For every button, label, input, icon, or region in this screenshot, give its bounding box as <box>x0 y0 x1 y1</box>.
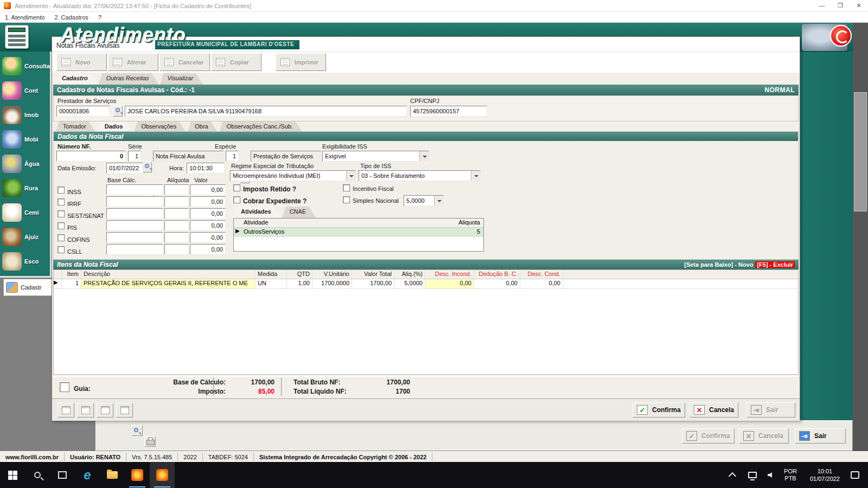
outer-cancela-button[interactable]: ✕Cancela <box>739 428 789 444</box>
regime-select[interactable]: Microempresário Individual (MEI) <box>230 170 356 181</box>
cofins-base-field[interactable] <box>106 232 163 243</box>
sidebar-item-consulta[interactable]: Consulta <box>2 54 50 78</box>
cobrar-expediente-checkbox[interactable] <box>233 196 240 203</box>
sest-base-field[interactable] <box>106 208 163 219</box>
sidebar-item-cemiterio[interactable]: Cemi <box>2 200 50 224</box>
csll-base-field[interactable] <box>106 244 163 255</box>
data-emissao-field[interactable]: 01/07/2022 <box>106 163 143 174</box>
sidebar-item-mobiliario[interactable]: Mobi <box>2 127 50 151</box>
imposto-retido-checkbox[interactable] <box>233 184 240 191</box>
serie-search-button[interactable] <box>142 162 152 172</box>
sair-button[interactable]: ⇥Sair <box>746 402 795 418</box>
network-icon[interactable] <box>748 472 757 478</box>
sidebar-item-agua[interactable]: Água <box>2 151 50 176</box>
edge-button[interactable]: e <box>75 462 100 488</box>
maximize-button[interactable]: ❒ <box>831 2 850 9</box>
confirma-button[interactable]: ✓Confirma <box>633 402 685 418</box>
pis-base-field[interactable] <box>106 220 163 231</box>
tab-cnae[interactable]: CNAE <box>282 207 316 218</box>
incentivo-checkbox[interactable] <box>343 184 350 191</box>
tipo-iss-select[interactable]: 03 - Sobre Faturamento <box>359 170 481 181</box>
cancela-button[interactable]: ✕Cancela <box>690 402 738 418</box>
pis-valor-field[interactable]: 0,00 <box>190 220 226 231</box>
tab-cadastro[interactable]: Cadastro <box>54 73 98 85</box>
language-indicator[interactable]: POR PTB <box>784 468 797 482</box>
sidebar-item-cadastro[interactable]: Cadastr <box>3 279 58 296</box>
copiar-button[interactable]: Copiar <box>211 53 261 71</box>
search-icon <box>134 428 138 432</box>
tab-outras-receitas[interactable]: Outras Receitas <box>99 73 159 85</box>
inss-aliq-field[interactable] <box>164 184 189 195</box>
notification-center-icon[interactable] <box>851 471 859 479</box>
irrf-base-field[interactable] <box>106 196 163 207</box>
fiorilli-app-button-1[interactable] <box>125 462 150 488</box>
task-view-button[interactable] <box>50 462 75 488</box>
especie-code-field[interactable]: 1 <box>226 151 239 162</box>
sest-checkbox[interactable] <box>58 210 65 217</box>
guia-search-button[interactable] <box>131 425 143 436</box>
guia-print-button[interactable] <box>144 436 156 447</box>
irrf-valor-field[interactable]: 0,00 <box>190 196 226 207</box>
minimize-button[interactable]: — <box>813 2 831 9</box>
sest-valor-field[interactable]: 0,00 <box>190 208 226 219</box>
sidebar-item-imobiliario[interactable]: Imob <box>2 102 50 127</box>
hora-field[interactable]: 10:01:30 <box>187 163 225 174</box>
item-row[interactable]: ▶ 1 PRESTAÇÃO DE SERVIÇOS GERAIS II, REF… <box>54 279 798 289</box>
outer-confirma-button[interactable]: ✓Confirma <box>682 428 735 444</box>
alterar-button[interactable]: Alterar <box>108 53 158 71</box>
tab-atividades[interactable]: Atividades <box>233 207 281 218</box>
irrf-checkbox[interactable] <box>58 198 65 206</box>
cancelar-button[interactable]: Cancelar <box>159 53 210 71</box>
clock[interactable]: 10:01 01/07/2022 <box>810 467 840 483</box>
prestador-code-field[interactable]: 000001806 <box>56 106 110 117</box>
sidebar-item-rural[interactable]: Rura <box>2 176 50 200</box>
csll-aliq-field[interactable] <box>164 244 189 255</box>
inss-base-field[interactable] <box>106 184 163 195</box>
irrf-aliq-field[interactable] <box>164 196 189 207</box>
sidebar-item-escola[interactable]: Esco <box>2 249 50 273</box>
serie-code-field[interactable]: 1 <box>128 151 141 162</box>
fiorilli-app-button-2[interactable] <box>150 462 175 488</box>
outer-sair-button[interactable]: ⇥Sair <box>795 428 846 444</box>
inss-checkbox[interactable] <box>58 187 65 194</box>
record-next-button[interactable] <box>97 403 113 418</box>
csll-checkbox[interactable] <box>58 246 65 253</box>
pis-checkbox[interactable] <box>58 222 65 229</box>
prestador-name-field[interactable]: JOSE CARLOS PEREIRA DA SILVA 91190479168 <box>125 106 407 117</box>
tray-expand-icon[interactable] <box>729 472 736 480</box>
prestador-search-button[interactable] <box>113 106 123 117</box>
scrollbar-thumb[interactable] <box>854 92 867 211</box>
pis-aliq-field[interactable] <box>164 220 189 231</box>
guia-checkbox[interactable] <box>60 382 69 392</box>
imprimir-button[interactable]: Imprimir <box>276 53 326 71</box>
right-scrollbar[interactable] <box>853 23 868 462</box>
tab-visualizar[interactable]: Visualizar <box>160 73 203 85</box>
simples-checkbox[interactable] <box>343 196 350 203</box>
menu-atendimento[interactable]: 1. Atendimento <box>0 14 49 21</box>
close-button[interactable]: ✕ <box>850 2 868 9</box>
novo-button[interactable]: Novo <box>56 53 107 71</box>
atividade-row[interactable]: ▶ OutrosServiços 5 <box>234 228 483 237</box>
cpf-field[interactable]: 45725960000157 <box>410 106 487 117</box>
itens-section-header: Itens da Nota Fiscal [Seta para Baixo] -… <box>53 260 799 269</box>
menu-cadastros[interactable]: 2. Cadastros <box>49 14 93 21</box>
sest-aliq-field[interactable] <box>164 208 189 219</box>
cofins-aliq-field[interactable] <box>164 232 189 243</box>
file-explorer-button[interactable] <box>100 462 125 488</box>
record-last-button[interactable] <box>116 403 133 418</box>
record-first-button[interactable] <box>58 403 74 418</box>
cofins-valor-field[interactable]: 0,00 <box>190 232 226 243</box>
sidebar-item-contribuintes[interactable]: Cont <box>2 78 50 102</box>
csll-valor-field[interactable]: 0,00 <box>190 244 226 255</box>
sidebar-item-ajuizamento[interactable]: Ajuiz <box>2 224 50 249</box>
speaker-icon[interactable] <box>768 472 772 478</box>
inss-valor-field[interactable]: 0,00 <box>190 184 226 195</box>
menu-help[interactable]: ? <box>93 14 106 21</box>
start-button[interactable] <box>0 462 25 488</box>
exigibilidade-select[interactable]: Exigível <box>322 151 429 162</box>
simples-aliquota-select[interactable]: 5,0000 <box>404 195 444 206</box>
numero-nf-field[interactable]: 0 <box>56 151 126 162</box>
cofins-checkbox[interactable] <box>58 234 65 241</box>
record-prev-button[interactable] <box>77 403 94 418</box>
taskbar-search-button[interactable] <box>25 462 50 488</box>
